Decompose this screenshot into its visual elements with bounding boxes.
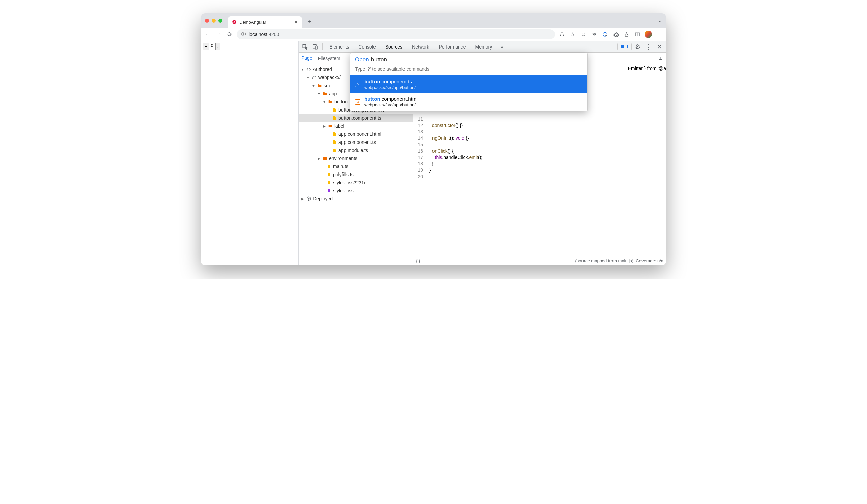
line-gutter: 11 12 13 14 15 16 17 18 19 20 bbox=[413, 114, 426, 256]
file-icon bbox=[326, 164, 332, 169]
folder-icon bbox=[328, 123, 333, 129]
labs-icon[interactable] bbox=[623, 31, 630, 38]
svg-point-0 bbox=[592, 33, 594, 34]
tabs-dropdown-icon[interactable]: ⌄ bbox=[659, 18, 662, 23]
palette-results: ⧉ button.component.tswebpack:///src/app/… bbox=[350, 75, 587, 111]
file-icon bbox=[326, 188, 332, 193]
mapped-suffix: ) bbox=[632, 259, 633, 263]
palette-hint: Type '?' to see available commands bbox=[350, 66, 587, 75]
extensions-icon[interactable] bbox=[612, 31, 620, 38]
url-port: :4200 bbox=[267, 32, 279, 37]
command-palette: Open button Type '?' to see available co… bbox=[350, 53, 588, 111]
settings-icon[interactable]: ⚙ bbox=[633, 43, 642, 51]
file-icon bbox=[326, 172, 332, 177]
counter-value: 0 bbox=[210, 43, 215, 50]
source-map-link[interactable]: main.js bbox=[618, 259, 632, 263]
svg-point-1 bbox=[595, 33, 596, 34]
more-tabs-icon[interactable]: » bbox=[497, 44, 506, 50]
devtools-menu-icon[interactable]: ⋮ bbox=[644, 43, 653, 51]
tree-polyfills[interactable]: polyfills.ts bbox=[299, 171, 413, 178]
devtools-body: Page Filesystem ▼Authored ▼webpack:// ▼s… bbox=[299, 53, 666, 265]
minimize-window-button[interactable] bbox=[212, 19, 216, 23]
tree-button-ts[interactable]: button.component.ts bbox=[299, 114, 413, 122]
palette-query: button bbox=[371, 56, 387, 63]
close-window-button[interactable] bbox=[205, 19, 209, 23]
extension-icon-2[interactable] bbox=[591, 31, 598, 38]
subtab-filesystem[interactable]: Filesystem bbox=[318, 54, 341, 63]
share-icon[interactable] bbox=[558, 31, 566, 38]
palette-search[interactable]: Open button bbox=[350, 53, 587, 66]
inspect-element-icon[interactable] bbox=[301, 42, 309, 51]
forward-button[interactable]: → bbox=[215, 31, 223, 38]
svg-rect-8 bbox=[315, 46, 317, 49]
folder-icon bbox=[322, 91, 328, 96]
back-button[interactable]: ← bbox=[204, 31, 212, 38]
palette-item[interactable]: ⧉ button.component.tswebpack:///src/app/… bbox=[350, 76, 587, 93]
tree-deployed[interactable]: ▶Deployed bbox=[299, 195, 413, 203]
file-icon bbox=[326, 180, 332, 185]
code-text: constructor() {} ngOnInit(): void {} onC… bbox=[426, 114, 482, 256]
tree-styles[interactable]: styles.css bbox=[299, 187, 413, 195]
address-bar: ← → ⟳ ⓘ localhost:4200 ☆ ☺ ⋮ bbox=[201, 28, 666, 41]
tab-close-button[interactable]: ✕ bbox=[294, 19, 298, 25]
devtools-toolbar: Elements Console Sources Network Perform… bbox=[299, 41, 666, 53]
maximize-window-button[interactable] bbox=[218, 19, 223, 23]
editor-pane: Emitter } from '@a 11 12 13 14 15 16 17 … bbox=[413, 53, 666, 265]
tree-app-html[interactable]: app.component.html bbox=[299, 130, 413, 138]
close-devtools-icon[interactable]: ✕ bbox=[655, 43, 664, 51]
extension-icon-1[interactable]: ☺ bbox=[580, 31, 587, 38]
code-editor[interactable]: 11 12 13 14 15 16 17 18 19 20 constructo… bbox=[413, 114, 666, 256]
pretty-print-icon[interactable]: { } bbox=[416, 259, 420, 263]
tab-title: DemoAngular bbox=[239, 20, 291, 25]
svg-point-3 bbox=[606, 35, 607, 36]
side-panel-icon[interactable] bbox=[634, 31, 641, 38]
box-icon bbox=[306, 196, 311, 201]
tab-sources[interactable]: Sources bbox=[381, 41, 407, 53]
tab-performance[interactable]: Performance bbox=[435, 41, 470, 53]
bookmark-icon[interactable]: ☆ bbox=[569, 31, 576, 38]
content-area: +0- Elements Console Sources Network Per… bbox=[201, 41, 666, 265]
browser-window: DemoAngular ✕ + ⌄ ← → ⟳ ⓘ localhost:4200… bbox=[201, 13, 666, 265]
tab-memory[interactable]: Memory bbox=[471, 41, 496, 53]
file-icon bbox=[332, 107, 337, 112]
window-controls bbox=[205, 19, 223, 23]
toggle-debugger-icon[interactable] bbox=[657, 55, 664, 62]
url-input[interactable]: ⓘ localhost:4200 bbox=[237, 29, 555, 40]
script-icon: ⧉ bbox=[355, 99, 360, 105]
plus-button[interactable]: + bbox=[203, 43, 209, 50]
url-host: localhost bbox=[249, 32, 267, 37]
new-tab-button[interactable]: + bbox=[308, 18, 311, 25]
code-icon bbox=[306, 67, 311, 72]
tree-app-ts[interactable]: app.component.ts bbox=[299, 138, 413, 146]
tab-network[interactable]: Network bbox=[408, 41, 433, 53]
tree-label[interactable]: ▶label bbox=[299, 122, 413, 130]
palette-open-label: Open bbox=[355, 56, 369, 63]
tree-environments[interactable]: ▶environments bbox=[299, 154, 413, 162]
subtab-page[interactable]: Page bbox=[301, 53, 312, 63]
issues-count: 1 bbox=[626, 44, 629, 49]
script-icon: ⧉ bbox=[355, 81, 360, 87]
code-partial-line: Emitter } from '@a bbox=[625, 64, 666, 72]
file-icon bbox=[332, 140, 337, 145]
separator bbox=[322, 43, 323, 50]
palette-item[interactable]: ⧉ button.component.htmlwebpack:///src/ap… bbox=[350, 93, 587, 110]
devtools-panel: Elements Console Sources Network Perform… bbox=[299, 41, 666, 265]
tree-main[interactable]: main.ts bbox=[299, 162, 413, 171]
folder-icon bbox=[317, 83, 322, 88]
browser-tab[interactable]: DemoAngular ✕ bbox=[228, 16, 302, 28]
tab-elements[interactable]: Elements bbox=[325, 41, 353, 53]
chrome-menu-icon[interactable]: ⋮ bbox=[655, 31, 663, 38]
extension-icon-3[interactable] bbox=[601, 31, 609, 38]
profile-avatar[interactable] bbox=[644, 31, 652, 38]
titlebar: DemoAngular ✕ + ⌄ bbox=[201, 13, 666, 28]
reload-button[interactable]: ⟳ bbox=[226, 31, 233, 38]
tree-app-module[interactable]: app.module.ts bbox=[299, 146, 413, 154]
tab-console[interactable]: Console bbox=[354, 41, 379, 53]
file-icon bbox=[332, 115, 337, 121]
coverage-label: Coverage: n/a bbox=[636, 259, 663, 263]
minus-button[interactable]: - bbox=[215, 43, 220, 50]
tree-styles-q[interactable]: styles.css?231c bbox=[299, 178, 413, 187]
site-info-icon[interactable]: ⓘ bbox=[242, 31, 246, 37]
issues-button[interactable]: 1 bbox=[617, 43, 632, 50]
device-toggle-icon[interactable] bbox=[311, 42, 320, 51]
